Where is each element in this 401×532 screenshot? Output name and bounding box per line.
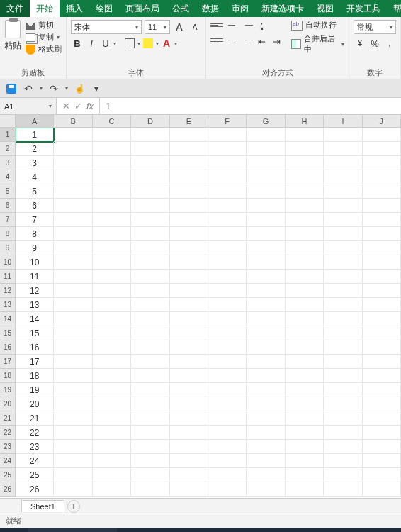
cell[interactable] <box>54 468 92 482</box>
cell[interactable] <box>363 326 401 340</box>
cell[interactable] <box>324 468 362 482</box>
cell[interactable] <box>93 440 131 454</box>
font-size-select[interactable]: 11▾ <box>145 20 170 34</box>
cell[interactable] <box>170 383 208 397</box>
cell[interactable] <box>286 128 324 142</box>
row-header[interactable]: 19 <box>0 383 16 397</box>
row-header[interactable]: 7 <box>0 213 16 227</box>
row-header[interactable]: 15 <box>0 326 16 340</box>
cell[interactable] <box>208 270 247 284</box>
cell[interactable] <box>170 482 208 497</box>
row-header[interactable]: 21 <box>0 411 16 426</box>
cell[interactable] <box>93 482 131 497</box>
cell[interactable] <box>286 270 324 284</box>
cell[interactable] <box>54 227 92 241</box>
cell[interactable] <box>54 298 92 312</box>
cell[interactable] <box>170 128 208 142</box>
cell[interactable] <box>324 340 362 355</box>
cell[interactable] <box>131 454 169 468</box>
cell[interactable] <box>93 142 131 156</box>
cell[interactable] <box>247 227 285 241</box>
underline-button[interactable]: U <box>99 37 112 50</box>
cell[interactable] <box>286 383 324 397</box>
cell[interactable] <box>93 426 131 440</box>
cell[interactable] <box>286 340 324 355</box>
cell[interactable] <box>54 426 92 440</box>
cell[interactable] <box>286 298 324 312</box>
row-header[interactable]: 2 <box>0 142 16 156</box>
save-button[interactable] <box>6 83 17 94</box>
column-header[interactable]: F <box>208 115 247 128</box>
cell[interactable] <box>208 340 247 355</box>
menu-file[interactable]: 文件 <box>0 0 30 17</box>
cell[interactable] <box>54 454 92 468</box>
cell[interactable] <box>170 199 208 213</box>
row-header[interactable]: 26 <box>0 482 16 497</box>
cell[interactable] <box>131 284 169 298</box>
cell[interactable] <box>208 213 247 227</box>
cell[interactable] <box>93 156 131 170</box>
cell[interactable]: 21 <box>16 411 54 426</box>
cell[interactable] <box>131 426 169 440</box>
cell[interactable] <box>208 199 247 213</box>
cell[interactable] <box>208 284 247 298</box>
cell[interactable] <box>208 454 247 468</box>
name-box[interactable]: A1▾ <box>0 98 57 114</box>
cell[interactable] <box>170 255 208 270</box>
sheet-tab-active[interactable]: Sheet1 <box>21 500 64 512</box>
formula-input[interactable]: 1 <box>100 98 401 114</box>
cell[interactable] <box>324 284 362 298</box>
cell[interactable] <box>247 440 285 454</box>
menu-tab-6[interactable]: 审阅 <box>225 0 255 17</box>
cell[interactable] <box>170 213 208 227</box>
percent-button[interactable]: % <box>368 37 381 50</box>
cell[interactable] <box>286 454 324 468</box>
row-header[interactable]: 18 <box>0 369 16 383</box>
cell[interactable] <box>247 184 285 199</box>
cell[interactable] <box>170 284 208 298</box>
increase-indent-button[interactable]: ⇥ <box>270 35 283 48</box>
cell[interactable] <box>324 227 362 241</box>
cell[interactable] <box>247 355 285 369</box>
cell[interactable] <box>54 284 92 298</box>
cell[interactable]: 23 <box>16 440 54 454</box>
cell[interactable] <box>286 184 324 199</box>
column-header[interactable]: I <box>324 115 362 128</box>
row-header[interactable]: 25 <box>0 468 16 482</box>
cell[interactable] <box>93 397 131 411</box>
row-header[interactable]: 6 <box>0 199 16 213</box>
cell[interactable] <box>247 468 285 482</box>
cell[interactable]: 6 <box>16 199 54 213</box>
cell[interactable] <box>363 128 401 142</box>
row-header[interactable]: 4 <box>0 170 16 184</box>
cell[interactable] <box>170 397 208 411</box>
cell[interactable] <box>286 241 324 255</box>
cell[interactable]: 10 <box>16 255 54 270</box>
cell[interactable] <box>208 355 247 369</box>
row-header[interactable]: 5 <box>0 184 16 199</box>
cell[interactable] <box>363 184 401 199</box>
cell[interactable] <box>93 170 131 184</box>
cell[interactable] <box>247 170 285 184</box>
cell[interactable]: 4 <box>16 170 54 184</box>
cell[interactable] <box>324 241 362 255</box>
cell[interactable] <box>170 184 208 199</box>
orientation-button[interactable]: ⤹ <box>255 20 268 33</box>
cell[interactable] <box>363 270 401 284</box>
menu-tab-9[interactable]: 开发工具 <box>340 0 387 17</box>
cell[interactable] <box>54 170 92 184</box>
cell[interactable] <box>363 426 401 440</box>
cell[interactable] <box>363 284 401 298</box>
cell[interactable] <box>247 426 285 440</box>
cell[interactable] <box>208 383 247 397</box>
cell[interactable]: 2 <box>16 142 54 156</box>
cell[interactable] <box>286 156 324 170</box>
cell[interactable] <box>324 184 362 199</box>
column-header[interactable]: C <box>93 115 131 128</box>
menu-tab-4[interactable]: 公式 <box>166 0 196 17</box>
cell[interactable] <box>363 241 401 255</box>
fx-button[interactable]: fx <box>86 101 94 111</box>
cell[interactable] <box>324 170 362 184</box>
cell[interactable] <box>324 199 362 213</box>
cell[interactable]: 17 <box>16 355 54 369</box>
